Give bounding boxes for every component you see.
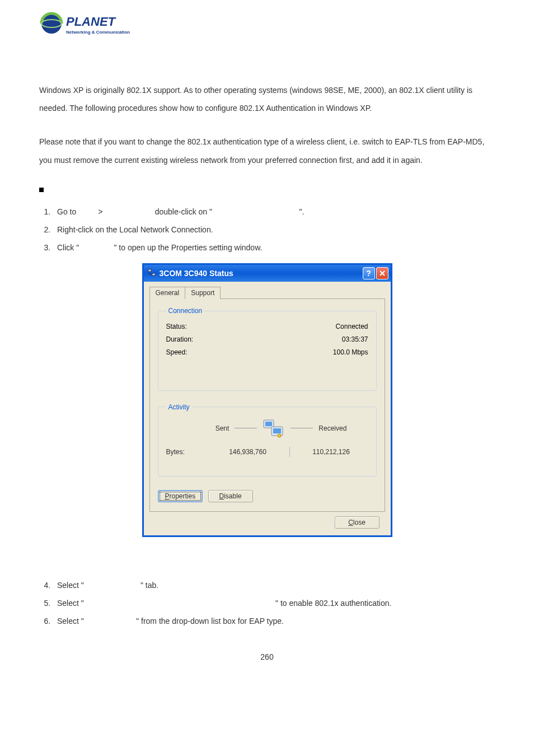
status-label: Status: xyxy=(166,320,187,333)
dialog-titlebar[interactable]: 3COM 3C940 Status ? xyxy=(144,265,391,282)
duration-value: 03:35:37 xyxy=(342,333,368,346)
bytes-label: Bytes: xyxy=(166,448,211,456)
computers-icon xyxy=(263,419,285,438)
step-4: Select " " tab. xyxy=(53,576,495,594)
square-bullet-icon xyxy=(39,188,44,192)
received-label: Received xyxy=(318,424,346,432)
activity-group: Activity Sent xyxy=(158,403,377,477)
step-6: Select " " from the drop-down list box f… xyxy=(53,612,495,630)
bytes-received-value: 110,212,126 xyxy=(294,448,368,456)
step-3-text-a: Click " xyxy=(57,243,81,252)
intro-paragraph-2: Please note that if you want to change t… xyxy=(39,133,495,169)
help-button[interactable]: ? xyxy=(363,267,375,279)
dialog-title: 3COM 3C940 Status xyxy=(160,269,362,278)
step-4-text-a: Select " xyxy=(57,581,86,590)
step-6-text-b: " from the drop-down list box for EAP ty… xyxy=(136,617,284,626)
line-icon xyxy=(291,428,313,428)
step-4-text-b: " tab. xyxy=(140,581,158,590)
step-3-text-b: " to open up the Properties setting wind… xyxy=(114,243,262,252)
step-5-text-b: " to enable 802.1x authentication. xyxy=(275,599,391,608)
page-number: 260 xyxy=(39,652,495,661)
intro-paragraph-1: Windows XP is originally 802.1X support.… xyxy=(39,81,495,117)
network-icon xyxy=(147,268,156,279)
status-value: Connected xyxy=(335,320,368,333)
step-1-text-d: ". xyxy=(299,207,305,216)
step-5-text-a: Select " xyxy=(57,599,86,608)
svg-point-8 xyxy=(278,434,281,437)
close-button[interactable] xyxy=(376,267,388,279)
bytes-sent-value: 146,938,760 xyxy=(211,448,285,456)
speed-value: 100.0 Mbps xyxy=(333,346,368,359)
close-dialog-button[interactable]: Close xyxy=(335,516,380,529)
step-1-text-c: double-click on " xyxy=(155,207,214,216)
speed-label: Speed: xyxy=(166,346,188,359)
tab-support[interactable]: Support xyxy=(185,287,221,299)
tab-general[interactable]: General xyxy=(149,287,186,299)
close-icon xyxy=(379,270,386,277)
step-5: Select " " to enable 802.1x authenticati… xyxy=(53,594,495,612)
step-3: Click " " to open up the Properties sett… xyxy=(53,239,495,256)
tab-pane-general: Connection Status: Connected Duration: 0… xyxy=(149,299,385,511)
svg-rect-5 xyxy=(265,422,272,426)
section-bullet xyxy=(39,185,495,194)
step-1: Go to > double-click on " ". xyxy=(53,203,495,221)
step-2: Right-click on the Local Network Connect… xyxy=(53,221,495,239)
connection-legend: Connection xyxy=(166,307,205,315)
logo-tagline-text: Networking & Communication xyxy=(66,30,130,35)
svg-rect-3 xyxy=(152,273,155,276)
steps-list-b: Select " " tab. Select " " to enable 802… xyxy=(39,576,495,631)
tab-strip: General Support xyxy=(149,286,385,299)
step-1-text-a: Go to xyxy=(57,207,78,216)
sent-label: Sent xyxy=(216,424,229,432)
divider xyxy=(289,447,290,457)
logo: PLANET Networking & Communication xyxy=(39,11,495,42)
connection-group: Connection Status: Connected Duration: 0… xyxy=(158,307,377,390)
svg-rect-7 xyxy=(273,428,281,433)
activity-legend: Activity xyxy=(166,403,192,411)
steps-list-a: Go to > double-click on " ". Right-click… xyxy=(39,203,495,257)
step-1-text-b: > xyxy=(98,207,105,216)
step-6-text-a: Select " xyxy=(57,617,86,626)
duration-label: Duration: xyxy=(166,333,194,346)
properties-button[interactable]: Properties xyxy=(158,490,203,502)
logo-brand-text: PLANET xyxy=(66,15,116,29)
svg-rect-2 xyxy=(148,269,151,272)
line-icon xyxy=(235,428,257,428)
status-dialog: 3COM 3C940 Status ? General Support Conn… xyxy=(142,263,392,536)
disable-button[interactable]: Disable xyxy=(208,490,253,502)
